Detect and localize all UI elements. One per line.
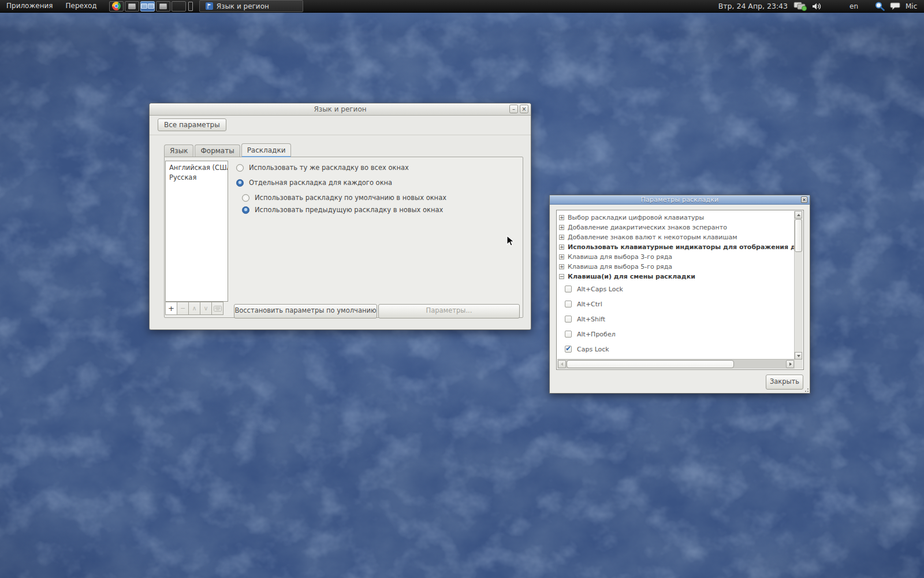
checkbox-label: Alt+Ctrl [577,301,602,308]
checkbox-option[interactable]: Alt+Пробел [557,327,795,342]
expander-icon[interactable]: + [559,225,564,230]
settings-toolbar: Все параметры [150,116,531,135]
checkbox-label: Alt+Shift [577,316,605,323]
window-thumbnail-icon [148,3,154,9]
tree-item[interactable]: + Клавиша для выбора 5-го ряда [557,262,795,272]
checkbox-label: Alt+Caps Lock [577,286,623,293]
checkbox-option[interactable]: Alt+Ctrl [557,297,795,312]
tray-text: Mic [906,2,924,10]
chat-bubble-icon[interactable] [890,2,901,10]
window-title: Язык и регион [314,105,366,113]
radio-option-same-layout[interactable]: Использовать ту же раскладку во всех окн… [236,164,409,172]
add-layout-button[interactable]: + [165,302,177,315]
window-language-region: Язык и регион – × Все параметры Язык Фор… [149,103,531,330]
applet-handle[interactable] [188,2,193,11]
layout-list-item[interactable]: Русская [166,173,228,183]
checkbox[interactable] [565,331,572,338]
tree-item-label: Клавиша для выбора 5-го ряда [568,263,672,271]
checkbox-option[interactable]: Caps Lock [557,342,795,357]
checkbox[interactable] [565,301,572,307]
layout-list-item[interactable]: Английская (США) [166,163,228,173]
move-up-button[interactable]: ∧ [188,302,200,315]
checkbox[interactable] [565,286,572,292]
tab-language[interactable]: Язык [164,144,193,157]
workspace-4[interactable] [172,1,186,12]
tree-item-label: Добавление знаков валют к некоторым клав… [568,234,737,241]
horizontal-scrollbar-thumb[interactable] [567,360,734,368]
scroll-left-button[interactable] [558,360,566,368]
tab-formats[interactable]: Форматы [195,144,240,157]
keyboard-icon [214,306,222,312]
tree-item-label: Клавиша(и) для смены раскладки [568,273,695,280]
menu-applications[interactable]: Приложения [0,0,59,12]
dialog-titlebar[interactable]: Параметры раскладки × [550,195,810,205]
checkbox-label: Alt+Пробел [577,331,616,338]
network-icon[interactable] [793,1,807,11]
all-settings-button[interactable]: Все параметры [158,118,226,131]
workspace-1[interactable] [125,1,139,12]
magnifier-icon[interactable] [874,1,885,11]
radio-label: Использовать предыдущую раскладку в новы… [255,206,443,214]
layouts-list-toolbar: + − ∧ ∨ [165,302,223,315]
top-panel: Приложения Переход Язык и регион Втр, 24… [0,0,924,13]
preview-layout-button[interactable] [211,302,223,315]
close-button[interactable]: × [520,105,528,113]
mouse-cursor [506,235,515,247]
workspace-2-active[interactable] [140,1,155,12]
tree-item[interactable]: − Клавиша(и) для смены раскладки [557,272,795,281]
horizontal-scrollbar[interactable] [557,359,795,369]
layout-options-button[interactable]: Параметры... [378,304,520,318]
tree-item-label: Выбор раскладки цифровой клавиатуры [568,214,704,221]
tree-item[interactable]: + Добавление диакритических знаков эспер… [557,223,795,232]
chrome-icon [112,2,121,10]
workspace-switcher [109,1,193,12]
close-dialog-button[interactable]: Закрыть [766,375,803,390]
minimize-button[interactable]: – [509,105,518,113]
tab-bar: Язык Форматы Раскладки [164,144,292,157]
radio-option-default-in-new[interactable]: Использовать раскладку по умолчанию в но… [242,194,446,202]
expander-icon[interactable]: + [559,215,564,220]
vertical-scrollbar[interactable] [794,211,803,360]
checkbox-option[interactable]: Alt+Shift [557,312,795,327]
tab-layouts[interactable]: Раскладки [241,143,292,157]
expander-icon[interactable]: + [559,244,564,250]
tree-item[interactable]: + Выбор раскладки цифровой клавиатуры [557,213,795,223]
taskbar-item-language-region[interactable]: Язык и регион [199,0,303,12]
volume-icon[interactable] [812,2,823,10]
checkbox-option[interactable]: Alt+Caps Lock [557,281,795,297]
scroll-down-button[interactable] [795,352,802,360]
resize-grip[interactable] [803,387,808,392]
radio-label: Отдельная раскладка для каждого окна [249,179,392,187]
chrome-launcher[interactable] [109,1,124,12]
expander-icon[interactable]: + [559,264,564,269]
expander-icon[interactable]: − [559,274,564,279]
radio-option-previous-in-new[interactable]: Использовать предыдущую раскладку в новы… [242,206,443,214]
tree-item-label: Добавление диакритических знаков эсперан… [568,224,727,231]
tree-item[interactable]: + Использовать клавиатурные индикаторы д… [557,242,795,252]
close-button[interactable]: × [801,197,807,203]
vertical-scrollbar-thumb[interactable] [795,219,802,252]
keyboard-layout-indicator[interactable]: en [850,2,858,10]
radio-option-separate-layout[interactable]: Отдельная раскладка для каждого окна [236,179,392,187]
move-down-button[interactable]: ∨ [200,302,212,315]
checkbox[interactable] [565,346,572,353]
restore-defaults-button[interactable]: Восстановить параметры по умолчанию [234,304,377,318]
tree-item[interactable]: + Клавиша для выбора 3-го ряда [557,252,795,262]
menu-places[interactable]: Переход [59,0,103,12]
checkbox[interactable] [565,316,572,323]
scroll-right-button[interactable] [786,360,794,368]
tree-item-label: Клавиша для выбора 3-го ряда [568,253,672,261]
window-thumbnail-icon [159,3,167,9]
tree-item[interactable]: + Добавление знаков валют к некоторым кл… [557,232,795,242]
remove-layout-button[interactable]: − [177,302,189,315]
expander-icon[interactable]: + [559,235,564,240]
expander-icon[interactable]: + [559,254,564,260]
window-thumbnail-icon [141,3,147,9]
clock[interactable]: Втр, 24 Апр, 23:43 [718,2,788,10]
window-titlebar[interactable]: Язык и регион – × [150,103,531,116]
scroll-up-button[interactable] [795,211,802,218]
tree-item-label: Использовать клавиатурные индикаторы для… [568,243,795,251]
taskbar-item-label: Язык и регион [217,2,269,10]
workspace-3[interactable] [156,1,170,12]
layouts-list: Английская (США) Русская [165,161,228,302]
